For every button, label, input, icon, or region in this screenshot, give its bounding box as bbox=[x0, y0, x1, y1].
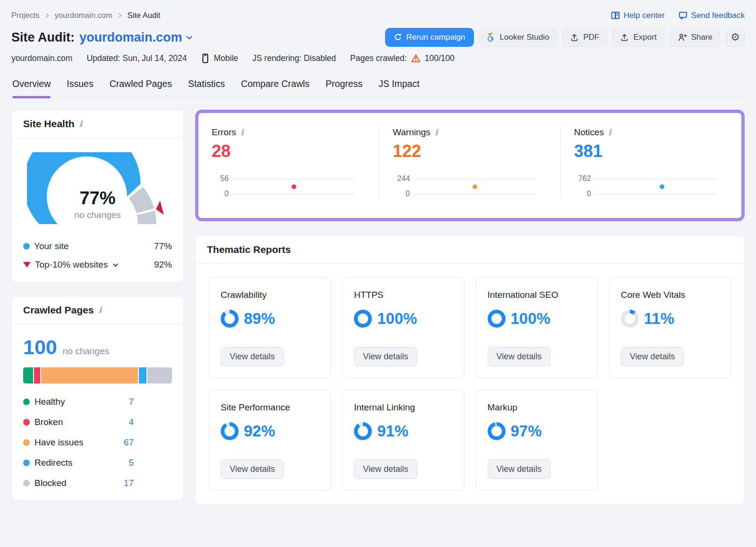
page-title-prefix: Site Audit: bbox=[11, 30, 75, 45]
breadcrumb-projects[interactable]: Projects bbox=[11, 11, 40, 20]
breadcrumb-site-audit: Site Audit bbox=[128, 11, 161, 20]
meta-device: Mobile bbox=[201, 53, 238, 63]
chevron-down-icon bbox=[185, 34, 193, 42]
report-card-https: HTTPS 100% View details bbox=[342, 277, 464, 378]
upload-icon bbox=[570, 33, 579, 42]
export-button[interactable]: Export bbox=[612, 28, 664, 47]
upload-icon bbox=[620, 33, 629, 42]
warning-triangle-icon[interactable] bbox=[411, 53, 421, 63]
list-item-have-issues: Have issues 67 bbox=[23, 437, 172, 448]
report-card-markup: Markup 97% View details bbox=[476, 390, 598, 491]
help-center-link[interactable]: Help center bbox=[610, 10, 665, 20]
looker-studio-icon bbox=[487, 33, 496, 42]
tab-statistics[interactable]: Statistics bbox=[188, 76, 225, 97]
page-title: Site Audit: yourdomain.com bbox=[11, 30, 193, 45]
view-details-button[interactable]: View details bbox=[354, 347, 417, 366]
legend-dot bbox=[23, 399, 30, 405]
bar-segment[interactable] bbox=[139, 367, 146, 383]
campaign-selector[interactable]: yourdomain.com bbox=[79, 30, 193, 45]
meta-updated: Updated: Sun, Jul 14, 2024 bbox=[86, 53, 187, 63]
bar-segment[interactable] bbox=[147, 367, 172, 383]
report-card-core-web-vitals: Core Web Vitals 11% View details bbox=[609, 277, 731, 378]
data-point-dot[interactable] bbox=[292, 184, 296, 189]
add-user-icon bbox=[678, 33, 687, 42]
crawled-total: 100 bbox=[23, 336, 57, 359]
chevron-right-icon bbox=[44, 13, 50, 18]
legend-top10-websites[interactable]: Top-10% websites 92% bbox=[23, 260, 172, 270]
pdf-button[interactable]: PDF bbox=[562, 28, 607, 47]
mobile-phone-icon bbox=[201, 53, 210, 63]
thematic-reports-title: Thematic Reports bbox=[207, 244, 291, 255]
tab-compare-crawls[interactable]: Compare Crawls bbox=[241, 76, 309, 97]
bar-segment[interactable] bbox=[34, 367, 40, 383]
report-tabs: Overview Issues Crawled Pages Statistics… bbox=[11, 76, 745, 98]
site-health-title: Site Health bbox=[23, 118, 75, 130]
info-icon[interactable]: i bbox=[98, 306, 102, 314]
info-icon[interactable]: i bbox=[435, 128, 438, 137]
info-icon[interactable]: i bbox=[79, 120, 83, 128]
crawled-sub: no changes bbox=[63, 346, 109, 356]
speech-bubble-icon bbox=[678, 10, 688, 20]
info-icon[interactable]: i bbox=[608, 128, 611, 137]
meta-js-rendering: JS rendering: Disabled bbox=[252, 53, 336, 63]
notices-label: Notices bbox=[574, 127, 604, 138]
notices-trend-chart: 762 0 bbox=[574, 174, 717, 198]
title-row: Site Audit: yourdomain.com Rerun campaig… bbox=[11, 28, 745, 47]
warnings-count[interactable]: 122 bbox=[393, 141, 547, 161]
breadcrumb: Projects yourdomain.com Site Audit bbox=[11, 11, 160, 20]
crawled-pages-legend: Healthy 7 Broken 4 Have issues 67 bbox=[23, 397, 172, 488]
errors-label: Errors bbox=[212, 127, 236, 138]
list-item-redirects: Redirects 5 bbox=[23, 458, 172, 468]
errors-count[interactable]: 28 bbox=[212, 141, 366, 161]
notices-column: Notices i 381 762 0 bbox=[560, 127, 741, 198]
book-icon bbox=[610, 10, 620, 20]
view-details-button[interactable]: View details bbox=[488, 347, 551, 366]
chevron-right-icon bbox=[117, 13, 123, 18]
settings-button[interactable]: ⚙ bbox=[726, 28, 745, 47]
send-feedback-link[interactable]: Send feedback bbox=[678, 10, 745, 20]
legend-dot bbox=[23, 480, 30, 486]
breadcrumb-domain[interactable]: yourdomain.com bbox=[55, 11, 112, 20]
errors-column: Errors i 28 56 0 bbox=[198, 127, 379, 198]
campaign-meta-row: yourdomain.com Updated: Sun, Jul 14, 202… bbox=[11, 53, 745, 63]
crawled-pages-card: Crawled Pages i 100 no changes Healthy 7 bbox=[11, 296, 184, 500]
site-audit-page: Projects yourdomain.com Site Audit Help … bbox=[0, 0, 756, 516]
tab-crawled-pages[interactable]: Crawled Pages bbox=[110, 76, 172, 97]
progress-ring bbox=[221, 422, 239, 440]
warnings-trend-chart: 244 0 bbox=[393, 174, 535, 198]
toolbar: Rerun campaign Looker Studio PDF Export bbox=[385, 28, 745, 47]
share-button[interactable]: Share bbox=[670, 28, 720, 47]
data-point-dot[interactable] bbox=[660, 184, 664, 189]
view-details-button[interactable]: View details bbox=[221, 460, 284, 479]
progress-ring bbox=[488, 310, 506, 328]
view-details-button[interactable]: View details bbox=[354, 460, 417, 479]
crawled-pages-title: Crawled Pages bbox=[23, 304, 94, 316]
info-icon[interactable]: i bbox=[241, 128, 244, 137]
legend-your-site: Your site 77% bbox=[23, 241, 172, 252]
tab-issues[interactable]: Issues bbox=[67, 76, 93, 97]
refresh-icon bbox=[394, 33, 402, 42]
rerun-campaign-button[interactable]: Rerun campaign bbox=[385, 28, 474, 47]
thematic-reports-grid: Crawlability 89% View details HTTPS 100%… bbox=[196, 264, 744, 504]
breadcrumb-row: Projects yourdomain.com Site Audit Help … bbox=[11, 0, 745, 20]
list-item-blocked: Blocked 17 bbox=[23, 478, 172, 488]
bar-segment[interactable] bbox=[41, 367, 138, 383]
tab-js-impact[interactable]: JS Impact bbox=[378, 76, 420, 97]
view-details-button[interactable]: View details bbox=[621, 347, 684, 366]
report-card-site-performance: Site Performance 92% View details bbox=[209, 390, 331, 491]
bar-segment[interactable] bbox=[23, 367, 33, 383]
looker-studio-button[interactable]: Looker Studio bbox=[480, 28, 557, 47]
view-details-button[interactable]: View details bbox=[488, 460, 551, 479]
crawled-pages-stacked-bar bbox=[23, 367, 172, 383]
meta-domain: yourdomain.com bbox=[11, 53, 72, 63]
warnings-label: Warnings bbox=[393, 127, 430, 138]
chevron-down-icon bbox=[112, 261, 119, 269]
tab-progress[interactable]: Progress bbox=[326, 76, 362, 97]
data-point-dot[interactable] bbox=[472, 184, 477, 189]
site-health-card: Site Health i 77% no changes Y bbox=[11, 110, 184, 283]
issues-summary-panel: Errors i 28 56 0 Warnings i 122 bbox=[195, 110, 745, 221]
tab-overview[interactable]: Overview bbox=[12, 76, 51, 97]
view-details-button[interactable]: View details bbox=[221, 347, 284, 366]
progress-ring bbox=[354, 422, 372, 440]
notices-count[interactable]: 381 bbox=[574, 141, 728, 161]
